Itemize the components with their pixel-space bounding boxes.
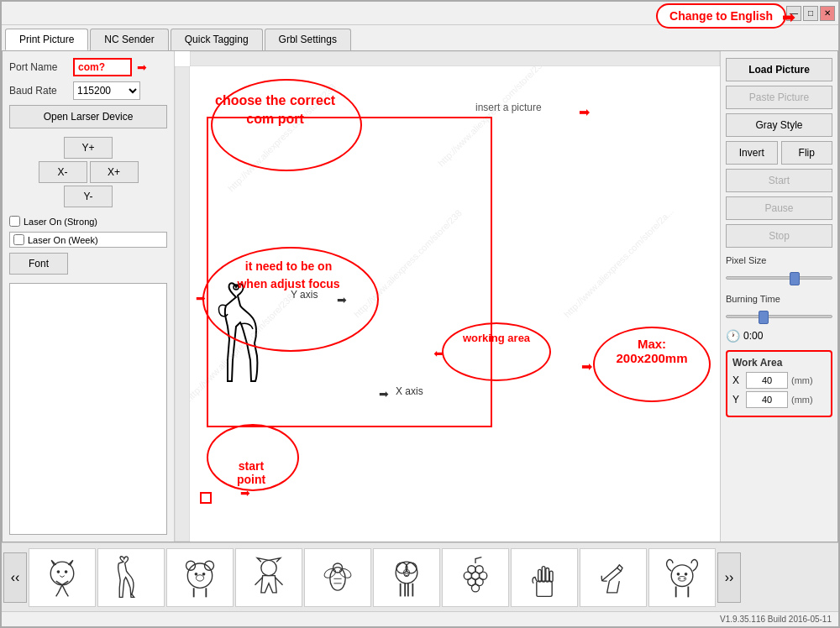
svg-point-44 bbox=[685, 573, 688, 576]
x-minus-button[interactable]: X- bbox=[39, 161, 87, 183]
start-button[interactable]: Start bbox=[726, 169, 832, 192]
tab-quick-tagging[interactable]: Quick Tagging bbox=[171, 29, 263, 50]
title-bar: Change to English ➡ — □ ✕ bbox=[2, 2, 838, 25]
open-device-button[interactable]: Open Larser Device bbox=[9, 105, 167, 128]
thumb-next-button[interactable]: ›› bbox=[717, 552, 741, 603]
laser-week-label: Laser On (Week) bbox=[28, 235, 98, 245]
svg-point-10 bbox=[65, 570, 68, 573]
canvas-inner[interactable]: http://www.aliexpress.com/store/238 http… bbox=[190, 66, 720, 542]
pause-button[interactable]: Pause bbox=[726, 196, 832, 220]
y-axis-arrow: ➡ bbox=[337, 293, 347, 306]
port-name-label: Port Name bbox=[9, 61, 68, 73]
horse-icon bbox=[106, 554, 156, 600]
text-input-area[interactable] bbox=[9, 283, 167, 535]
sheep-icon bbox=[381, 554, 432, 600]
svg-point-36 bbox=[471, 584, 479, 592]
font-button[interactable]: Font bbox=[9, 253, 68, 275]
stop-button[interactable]: Stop bbox=[726, 224, 832, 248]
baud-rate-label: Baud Rate bbox=[9, 85, 68, 97]
gray-style-button[interactable]: Gray Style bbox=[726, 113, 832, 137]
thumbnail-hand1[interactable] bbox=[511, 548, 578, 607]
baud-rate-select[interactable]: 115200 9600 57600 bbox=[73, 81, 140, 100]
svg-rect-38 bbox=[538, 569, 542, 582]
svg-point-19 bbox=[323, 567, 337, 579]
tab-bar: Print Picture NC Sender Quick Tagging Gr… bbox=[2, 25, 838, 50]
laser-week-checkbox[interactable] bbox=[13, 234, 24, 245]
work-area-y-input[interactable] bbox=[746, 391, 788, 408]
insert-picture-arrow: ➡ bbox=[579, 104, 590, 120]
svg-point-14 bbox=[195, 573, 198, 576]
thumb-prev-button[interactable]: ‹‹ bbox=[3, 552, 27, 603]
thumbnail-cat[interactable] bbox=[29, 548, 96, 607]
insert-picture-label: insert a picture bbox=[475, 102, 542, 113]
svg-rect-39 bbox=[542, 567, 545, 582]
bull-icon bbox=[657, 554, 707, 600]
work-area-x-input[interactable] bbox=[746, 372, 788, 389]
thumbnail-strip: ‹‹ bbox=[2, 542, 838, 611]
port-name-row: Port Name ➡ bbox=[9, 58, 167, 76]
port-name-input[interactable] bbox=[73, 58, 132, 76]
svg-point-13 bbox=[205, 561, 214, 570]
thumbnail-grapes[interactable] bbox=[442, 548, 509, 607]
thumbnail-bull[interactable] bbox=[648, 548, 716, 607]
work-area-x-row: X (mm) bbox=[732, 372, 826, 389]
svg-point-17 bbox=[261, 560, 276, 575]
burning-time-slider[interactable] bbox=[726, 308, 832, 325]
hand1-icon bbox=[519, 554, 570, 600]
hand2-icon bbox=[588, 554, 638, 600]
paste-picture-button[interactable]: Paste Picture bbox=[726, 86, 832, 109]
x-axis-arrow: ➡ bbox=[379, 387, 389, 400]
svg-rect-37 bbox=[537, 581, 552, 596]
x-axis-label: X axis bbox=[396, 385, 423, 397]
work-area-y-label: Y bbox=[732, 394, 743, 406]
load-picture-button[interactable]: Load Picture bbox=[726, 58, 832, 81]
svg-point-11 bbox=[187, 563, 212, 588]
svg-text:http://www.aliexpress.com/stor: http://www.aliexpress.com/store/2a... bbox=[562, 206, 675, 319]
focus-arrow: ➡ bbox=[196, 291, 206, 305]
cat-icon bbox=[37, 554, 87, 600]
svg-point-9 bbox=[57, 570, 60, 573]
laser-strong-checkbox[interactable] bbox=[9, 216, 20, 227]
thumbnail-bee[interactable] bbox=[304, 548, 371, 607]
svg-rect-41 bbox=[549, 571, 553, 582]
laser-strong-label: Laser On (Strong) bbox=[24, 217, 97, 227]
svg-point-42 bbox=[671, 565, 693, 587]
direction-pad: Y+ X- X+ Y- bbox=[9, 137, 167, 207]
thumbnail-horse[interactable] bbox=[97, 548, 165, 607]
max-size-bubble bbox=[593, 327, 711, 402]
maximize-button[interactable]: □ bbox=[803, 6, 818, 21]
laser-week-row: Laser On (Week) bbox=[9, 232, 167, 248]
close-button[interactable]: ✕ bbox=[820, 6, 835, 21]
arrow-to-english: ➡ bbox=[782, 8, 795, 27]
tab-nc-sender[interactable]: NC Sender bbox=[90, 29, 168, 50]
start-point-marker bbox=[200, 492, 212, 504]
flip-button[interactable]: Flip bbox=[781, 141, 833, 165]
port-arrow-icon: ➡ bbox=[137, 60, 147, 74]
tab-print-picture[interactable]: Print Picture bbox=[5, 29, 88, 50]
tab-grbl-settings[interactable]: Grbl Settings bbox=[265, 29, 351, 50]
invert-flip-row: Invert Flip bbox=[726, 141, 832, 165]
work-area-title: Work Area bbox=[732, 357, 826, 369]
start-point-bubble bbox=[207, 424, 299, 491]
grapes-icon bbox=[450, 554, 501, 600]
right-panel: Load Picture Paste Picture Gray Style In… bbox=[720, 51, 837, 542]
main-content: Port Name ➡ Baud Rate 115200 9600 57600 … bbox=[2, 50, 838, 542]
invert-button[interactable]: Invert bbox=[726, 141, 778, 165]
pixel-size-slider[interactable] bbox=[726, 270, 832, 286]
bee-icon bbox=[312, 554, 363, 600]
work-area-box: Work Area X (mm) Y (mm) bbox=[726, 350, 832, 417]
y-plus-button[interactable]: Y+ bbox=[64, 137, 113, 159]
baud-rate-row: Baud Rate 115200 9600 57600 bbox=[9, 81, 167, 100]
svg-point-12 bbox=[186, 561, 196, 570]
y-minus-button[interactable]: Y- bbox=[64, 186, 113, 207]
svg-point-47 bbox=[684, 578, 685, 579]
thumbnail-sheep[interactable] bbox=[373, 548, 440, 607]
bear-icon bbox=[175, 554, 225, 600]
x-plus-button[interactable]: X+ bbox=[90, 161, 139, 183]
thumbnail-bear[interactable] bbox=[166, 548, 234, 607]
thumbnail-girl[interactable] bbox=[235, 548, 302, 607]
left-panel: Port Name ➡ Baud Rate 115200 9600 57600 … bbox=[3, 51, 175, 542]
thumbnail-hand2[interactable] bbox=[580, 548, 647, 607]
work-area-y-unit: (mm) bbox=[791, 395, 813, 405]
svg-point-20 bbox=[339, 567, 353, 579]
